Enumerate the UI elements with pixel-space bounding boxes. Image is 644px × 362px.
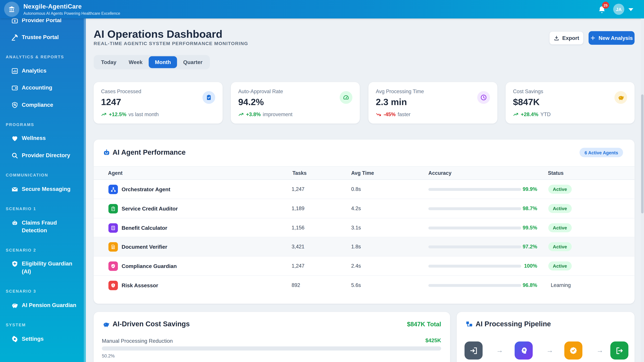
notifications-button[interactable]: 25 — [598, 4, 608, 15]
tab-quarter[interactable]: Quarter — [177, 56, 209, 68]
agent-name: Compliance Guardian — [122, 263, 177, 269]
kpi-label: Auto-Approval Rate — [238, 89, 283, 94]
agent-accuracy: 100% — [518, 263, 537, 269]
kpi-trend: -45% — [384, 112, 396, 117]
robot-icon — [103, 149, 110, 157]
export-label: Export — [562, 35, 579, 41]
table-row[interactable]: Service Credit Auditor 1,189 4.2s 98.7% … — [94, 199, 634, 218]
chevron-down-icon[interactable] — [628, 8, 633, 11]
arrow-right-icon: → — [596, 347, 604, 355]
brand-title: Nexgile-AgentiCare — [24, 3, 120, 10]
page-scrollbar[interactable] — [641, 18, 644, 362]
document-icon — [108, 242, 118, 252]
sidebar-item-label: Trustee Portal — [22, 33, 81, 41]
agent-accuracy: 99.5% — [518, 225, 537, 230]
brand-block: Nexgile-AgentiCare Autonomous AI Agents … — [24, 3, 120, 15]
sidebar-scrollbar[interactable] — [84, 0, 86, 362]
table-row[interactable]: Compliance Guardian 1,247 2.4s 100% Acti… — [94, 257, 634, 276]
pipeline-step-ai-processing[interactable] — [515, 342, 533, 360]
export-button[interactable]: Export — [549, 31, 584, 45]
shield-search-icon — [11, 101, 18, 109]
agent-accuracy: 97.2% — [518, 244, 537, 250]
kpi-value: 94.2% — [238, 97, 264, 108]
tab-week[interactable]: Week — [122, 56, 149, 68]
agent-accuracy: 98.7% — [518, 205, 537, 211]
envelope-icon — [11, 186, 18, 193]
sidebar-item-wellness[interactable]: Wellness — [0, 134, 84, 142]
accuracy-bar — [428, 207, 521, 210]
clipboard-icon — [108, 204, 118, 213]
sidebar-item-label: Accounting — [22, 84, 81, 92]
hierarchy-icon — [466, 321, 473, 329]
agent-tasks: 1,247 — [292, 186, 304, 192]
sidebar-item-settings[interactable]: Settings — [0, 335, 84, 343]
table-row[interactable]: Risk Assessor 892 5.6s 96.8% Learning — [94, 276, 634, 295]
active-agents-badge: 6 Active Agents — [580, 148, 623, 157]
col-avg-time: Avg Time — [351, 170, 374, 176]
sidebar-item-compliance[interactable]: Compliance — [0, 101, 84, 109]
table-row[interactable]: Orchestrator Agent 1,247 0.8s 99.9% Acti… — [94, 180, 634, 199]
piggy-bank-icon — [614, 91, 627, 104]
kpi-trend: +12.5% — [109, 112, 126, 117]
agent-performance-panel: AI Agent Performance 6 Active Agents Age… — [94, 140, 634, 304]
processing-pipeline-card: AI Processing Pipeline → → → — [457, 312, 634, 362]
col-status: Status — [548, 170, 564, 176]
app-logo — [4, 2, 19, 17]
sidebar: Provider Portal Trustee Portal ANALYTICS… — [0, 0, 86, 362]
sidebar-item-accounting[interactable]: Accounting — [0, 84, 84, 92]
table-row[interactable]: Document Verifier 3,421 1.8s 97.2% Activ… — [94, 237, 634, 257]
new-analysis-button[interactable]: New Analysis — [588, 31, 634, 45]
kpi-suffix: YTD — [540, 112, 550, 117]
avatar[interactable]: JA — [613, 4, 624, 15]
enter-icon — [469, 346, 478, 355]
sidebar-item-label: Settings — [22, 335, 81, 343]
card-title: AI-Driven Cost Savings — [112, 320, 190, 328]
kpi-trend: +28.4% — [521, 112, 538, 117]
sidebar-item-provider-directory[interactable]: Provider Directory — [0, 151, 84, 159]
agent-avg-time: 2.4s — [351, 263, 361, 269]
sidebar-item-label: Secure Messaging — [22, 185, 81, 193]
scrollbar-thumb[interactable] — [641, 94, 644, 213]
tab-month[interactable]: Month — [149, 56, 177, 68]
sidebar-section-programs: PROGRAMS — [6, 122, 81, 127]
top-header: Nexgile-AgentiCare Autonomous AI Agents … — [0, 0, 644, 18]
tab-today[interactable]: Today — [95, 56, 122, 68]
sidebar-item-eligibility-guardian[interactable]: Eligibility Guardian (AI) — [0, 260, 84, 275]
status-badge: Active — [548, 204, 572, 213]
agent-name: Benefit Calculator — [122, 225, 167, 231]
table-row[interactable]: Benefit Calculator 1,156 3.1s 99.5% Acti… — [94, 218, 634, 238]
agent-name: Orchestrator Agent — [122, 186, 170, 193]
bar-chart-icon — [11, 67, 18, 75]
kpi-card-auto-approval: Auto-Approval Rate 94.2% +3.8% improveme… — [231, 82, 360, 123]
sidebar-item-analytics[interactable]: Analytics — [0, 67, 84, 75]
pipeline-step-intake[interactable] — [464, 342, 483, 360]
agent-name: Risk Assessor — [122, 282, 158, 289]
sidebar-section-scenario-2: SCENARIO 2 — [6, 248, 81, 252]
agent-name: Document Verifier — [122, 244, 167, 250]
sidebar-item-secure-messaging[interactable]: Secure Messaging — [0, 185, 84, 193]
sidebar-item-trustee-portal[interactable]: Trustee Portal — [0, 33, 84, 41]
agent-name: Service Credit Auditor — [122, 205, 178, 212]
col-accuracy: Accuracy — [428, 170, 452, 176]
kpi-card-cases-processed: Cases Processed 1247 +12.5% vs last mont… — [94, 82, 222, 123]
agent-avg-time: 4.2s — [351, 205, 361, 211]
sidebar-section-communication: COMMUNICATION — [6, 173, 81, 177]
speedometer-icon — [340, 91, 352, 104]
sidebar-section-system: SYSTEM — [6, 323, 81, 327]
kpi-suffix: faster — [398, 112, 410, 117]
sidebar-item-claims-fraud-detection[interactable]: Claims Fraud Detection — [0, 219, 84, 234]
pipeline-step-verification[interactable] — [564, 342, 582, 360]
pipeline-step-output[interactable] — [610, 342, 628, 360]
sidebar-section-scenario-1: SCENARIO 1 — [6, 206, 81, 211]
kpi-suffix: improvement — [263, 112, 292, 117]
agent-tasks: 892 — [292, 282, 300, 288]
sidebar-item-ai-pension-guardian[interactable]: AI Pension Guardian — [0, 301, 84, 309]
plus-icon — [590, 35, 596, 41]
status-badge: Active — [548, 261, 572, 271]
gavel-icon — [11, 34, 18, 41]
agent-tasks: 1,189 — [292, 205, 304, 211]
search-icon — [11, 152, 18, 159]
accuracy-bar — [428, 246, 521, 248]
heart-icon — [11, 135, 18, 142]
kpi-label: Avg Processing Time — [376, 89, 424, 94]
